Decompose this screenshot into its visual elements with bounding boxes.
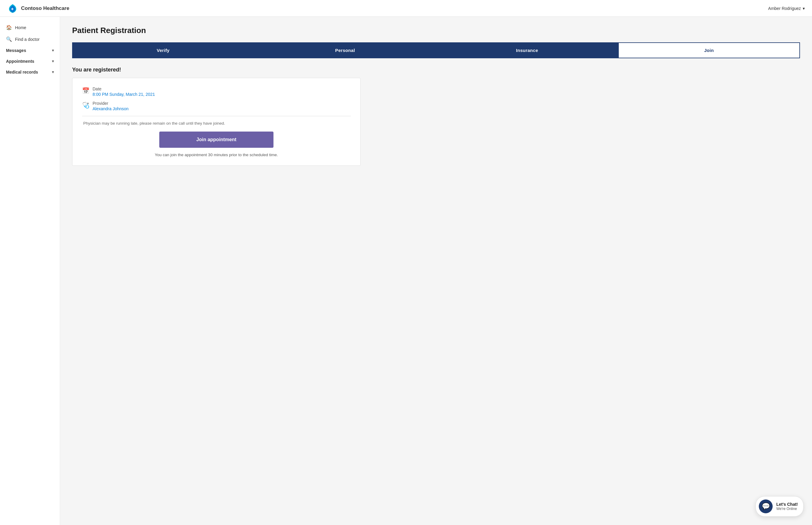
step-insurance[interactable]: Insurance bbox=[436, 42, 618, 58]
chat-title: Let's Chat! bbox=[776, 502, 798, 507]
join-note: You can join the appointment 30 minutes … bbox=[82, 153, 351, 157]
appointments-label: Appointments bbox=[6, 59, 34, 64]
medical-records-chevron-icon: ▾ bbox=[52, 70, 54, 74]
provider-row: 🩺 Provider Alexandra Johnson bbox=[82, 101, 351, 111]
provider-field: Provider Alexandra Johnson bbox=[92, 101, 129, 111]
date-field: Date 8:00 PM Sunday, March 21, 2021 bbox=[92, 87, 155, 97]
home-icon: 🏠 bbox=[6, 25, 12, 30]
late-note: Physician may be running late, please re… bbox=[82, 121, 351, 125]
chat-status: We're Online bbox=[776, 507, 798, 511]
date-value: 8:00 PM Sunday, March 21, 2021 bbox=[92, 92, 155, 97]
provider-label: Provider bbox=[92, 101, 129, 106]
sidebar-item-medical-records[interactable]: Medical records ▾ bbox=[0, 67, 60, 77]
app-header: Contoso Healthcare Amber Rodriguez ▾ bbox=[0, 0, 812, 17]
provider-icon: 🩺 bbox=[82, 102, 90, 109]
logo-area: Contoso Healthcare bbox=[7, 3, 70, 14]
sidebar-item-appointments[interactable]: Appointments ▾ bbox=[0, 56, 60, 67]
sidebar-item-home[interactable]: 🏠 Home bbox=[0, 21, 60, 33]
brand-name: Contoso Healthcare bbox=[21, 5, 70, 11]
date-label: Date bbox=[92, 87, 155, 91]
registration-steps: Verify Personal Insurance Join bbox=[72, 42, 800, 58]
main-content: Patient Registration Verify Personal Ins… bbox=[60, 17, 812, 525]
sidebar: 🏠 Home 🔍 Find a doctor Messages ▾ Appoin… bbox=[0, 17, 60, 525]
find-doctor-icon: 🔍 bbox=[6, 36, 12, 42]
step-personal[interactable]: Personal bbox=[254, 42, 437, 58]
appointment-card: 📅 Date 8:00 PM Sunday, March 21, 2021 🩺 … bbox=[72, 78, 360, 166]
provider-value: Alexandra Johnson bbox=[92, 106, 129, 111]
brand-logo-icon bbox=[7, 3, 18, 14]
sidebar-item-messages[interactable]: Messages ▾ bbox=[0, 45, 60, 56]
registered-heading: You are registered! bbox=[72, 67, 800, 73]
chat-widget[interactable]: 💬 Let's Chat! We're Online bbox=[755, 496, 803, 516]
join-appointment-button[interactable]: Join appointment bbox=[159, 132, 274, 148]
medical-records-label: Medical records bbox=[6, 70, 38, 74]
appointments-chevron-icon: ▾ bbox=[52, 59, 54, 63]
messages-chevron-icon: ▾ bbox=[52, 48, 54, 52]
sidebar-item-find-doctor[interactable]: 🔍 Find a doctor bbox=[0, 33, 60, 45]
step-join[interactable]: Join bbox=[618, 42, 800, 58]
chat-text: Let's Chat! We're Online bbox=[776, 502, 798, 511]
user-chevron-icon: ▾ bbox=[803, 6, 805, 11]
app-layout: 🏠 Home 🔍 Find a doctor Messages ▾ Appoin… bbox=[0, 17, 812, 525]
chat-bubble-icon: 💬 bbox=[762, 502, 770, 510]
messages-label: Messages bbox=[6, 48, 26, 53]
date-row: 📅 Date 8:00 PM Sunday, March 21, 2021 bbox=[82, 87, 351, 97]
sidebar-find-doctor-label: Find a doctor bbox=[15, 37, 40, 42]
step-verify[interactable]: Verify bbox=[72, 42, 254, 58]
page-title: Patient Registration bbox=[72, 26, 800, 35]
sidebar-home-label: Home bbox=[15, 25, 26, 30]
calendar-icon: 📅 bbox=[82, 87, 90, 94]
card-divider bbox=[82, 116, 351, 116]
user-menu[interactable]: Amber Rodriguez ▾ bbox=[768, 6, 805, 11]
chat-icon: 💬 bbox=[759, 499, 773, 513]
user-name: Amber Rodriguez bbox=[768, 6, 801, 11]
